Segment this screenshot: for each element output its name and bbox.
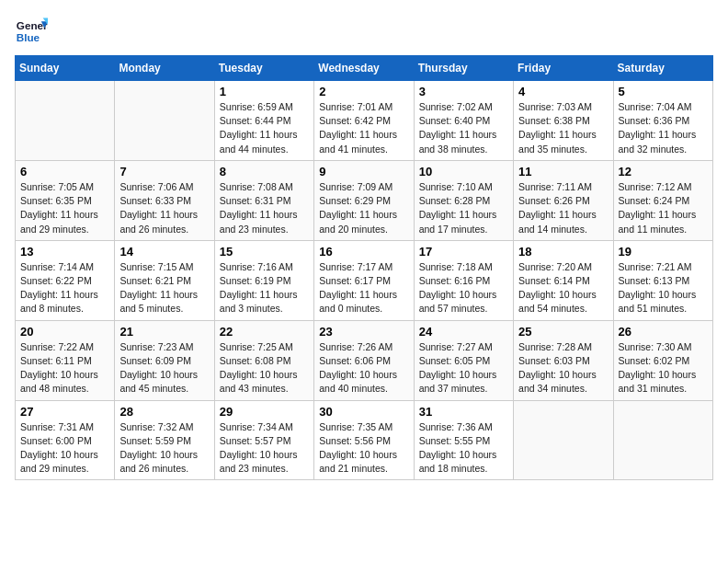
- calendar-cell: [613, 400, 712, 480]
- day-info: Sunrise: 7:08 AMSunset: 6:31 PMDaylight:…: [220, 180, 309, 236]
- calendar-cell: 22Sunrise: 7:25 AMSunset: 6:08 PMDayligh…: [214, 320, 313, 400]
- day-header-monday: Monday: [115, 56, 214, 81]
- day-header-tuesday: Tuesday: [214, 56, 313, 81]
- day-number: 30: [319, 405, 408, 419]
- day-number: 22: [220, 325, 309, 339]
- day-info: Sunrise: 7:04 AMSunset: 6:36 PMDaylight:…: [619, 100, 708, 156]
- day-info: Sunrise: 7:22 AMSunset: 6:11 PMDaylight:…: [20, 340, 109, 396]
- day-number: 20: [20, 325, 109, 339]
- svg-text:Blue: Blue: [17, 31, 40, 43]
- calendar-cell: 19Sunrise: 7:21 AMSunset: 6:13 PMDayligh…: [613, 240, 712, 320]
- calendar-table: SundayMondayTuesdayWednesdayThursdayFrid…: [15, 55, 713, 480]
- day-number: 29: [220, 405, 309, 419]
- day-number: 11: [518, 165, 608, 178]
- day-header-thursday: Thursday: [414, 56, 513, 81]
- calendar-cell: 26Sunrise: 7:30 AMSunset: 6:02 PMDayligh…: [613, 320, 712, 400]
- day-number: 24: [419, 325, 508, 339]
- day-number: 12: [619, 165, 708, 178]
- day-header-sunday: Sunday: [16, 56, 115, 81]
- calendar-cell: 28Sunrise: 7:32 AMSunset: 5:59 PMDayligh…: [115, 400, 214, 480]
- day-info: Sunrise: 7:17 AMSunset: 6:17 PMDaylight:…: [319, 260, 408, 316]
- day-info: Sunrise: 7:20 AMSunset: 6:14 PMDaylight:…: [518, 260, 608, 316]
- day-info: Sunrise: 7:30 AMSunset: 6:02 PMDaylight:…: [619, 340, 708, 396]
- calendar-cell: 10Sunrise: 7:10 AMSunset: 6:28 PMDayligh…: [414, 160, 513, 240]
- calendar-cell: 18Sunrise: 7:20 AMSunset: 6:14 PMDayligh…: [514, 240, 613, 320]
- day-header-wednesday: Wednesday: [314, 56, 414, 81]
- day-number: 10: [419, 165, 508, 178]
- day-number: 3: [419, 85, 508, 98]
- logo: General Blue: [15, 15, 48, 48]
- calendar-cell: 30Sunrise: 7:35 AMSunset: 5:56 PMDayligh…: [314, 400, 414, 480]
- page-header: General Blue: [15, 15, 713, 48]
- calendar-cell: [514, 400, 613, 480]
- calendar-cell: 3Sunrise: 7:02 AMSunset: 6:40 PMDaylight…: [414, 81, 513, 161]
- day-info: Sunrise: 7:11 AMSunset: 6:26 PMDaylight:…: [518, 180, 608, 236]
- day-info: Sunrise: 7:21 AMSunset: 6:13 PMDaylight:…: [619, 260, 708, 316]
- day-info: Sunrise: 7:34 AMSunset: 5:57 PMDaylight:…: [220, 420, 309, 477]
- day-info: Sunrise: 7:18 AMSunset: 6:16 PMDaylight:…: [419, 260, 508, 316]
- calendar-week-5: 27Sunrise: 7:31 AMSunset: 6:00 PMDayligh…: [16, 400, 713, 480]
- day-header-friday: Friday: [514, 56, 613, 81]
- calendar-cell: 15Sunrise: 7:16 AMSunset: 6:19 PMDayligh…: [214, 240, 313, 320]
- day-info: Sunrise: 7:35 AMSunset: 5:56 PMDaylight:…: [319, 420, 408, 477]
- calendar-cell: 13Sunrise: 7:14 AMSunset: 6:22 PMDayligh…: [16, 240, 115, 320]
- calendar-header-row: SundayMondayTuesdayWednesdayThursdayFrid…: [16, 56, 713, 81]
- day-info: Sunrise: 7:32 AMSunset: 5:59 PMDaylight:…: [119, 420, 209, 477]
- calendar-cell: 20Sunrise: 7:22 AMSunset: 6:11 PMDayligh…: [16, 320, 115, 400]
- day-number: 16: [319, 245, 408, 259]
- calendar-cell: 6Sunrise: 7:05 AMSunset: 6:35 PMDaylight…: [16, 160, 115, 240]
- day-info: Sunrise: 7:05 AMSunset: 6:35 PMDaylight:…: [20, 180, 109, 236]
- day-number: 5: [619, 85, 708, 98]
- day-number: 25: [518, 325, 608, 339]
- day-number: 31: [419, 405, 508, 419]
- day-number: 13: [20, 245, 109, 259]
- day-info: Sunrise: 7:16 AMSunset: 6:19 PMDaylight:…: [220, 260, 309, 316]
- day-number: 17: [419, 245, 508, 259]
- day-number: 18: [518, 245, 608, 259]
- day-number: 21: [119, 325, 209, 339]
- calendar-cell: 16Sunrise: 7:17 AMSunset: 6:17 PMDayligh…: [314, 240, 414, 320]
- calendar-cell: 8Sunrise: 7:08 AMSunset: 6:31 PMDaylight…: [214, 160, 313, 240]
- day-number: 28: [119, 405, 209, 419]
- day-number: 2: [319, 85, 408, 98]
- calendar-cell: 14Sunrise: 7:15 AMSunset: 6:21 PMDayligh…: [115, 240, 214, 320]
- calendar-cell: 9Sunrise: 7:09 AMSunset: 6:29 PMDaylight…: [314, 160, 414, 240]
- calendar-cell: 4Sunrise: 7:03 AMSunset: 6:38 PMDaylight…: [514, 81, 613, 161]
- calendar-cell: 27Sunrise: 7:31 AMSunset: 6:00 PMDayligh…: [16, 400, 115, 480]
- calendar-cell: 1Sunrise: 6:59 AMSunset: 6:44 PMDaylight…: [214, 81, 313, 161]
- day-number: 8: [220, 165, 309, 178]
- calendar-cell: 31Sunrise: 7:36 AMSunset: 5:55 PMDayligh…: [414, 400, 513, 480]
- day-info: Sunrise: 6:59 AMSunset: 6:44 PMDaylight:…: [220, 100, 309, 156]
- day-info: Sunrise: 7:14 AMSunset: 6:22 PMDaylight:…: [20, 260, 109, 316]
- day-number: 27: [20, 405, 109, 419]
- day-number: 1: [220, 85, 309, 98]
- calendar-cell: 29Sunrise: 7:34 AMSunset: 5:57 PMDayligh…: [214, 400, 313, 480]
- day-number: 4: [518, 85, 608, 98]
- day-info: Sunrise: 7:26 AMSunset: 6:06 PMDaylight:…: [319, 340, 408, 396]
- calendar-cell: 7Sunrise: 7:06 AMSunset: 6:33 PMDaylight…: [115, 160, 214, 240]
- day-info: Sunrise: 7:01 AMSunset: 6:42 PMDaylight:…: [319, 100, 408, 156]
- calendar-cell: [115, 81, 214, 161]
- calendar-cell: 2Sunrise: 7:01 AMSunset: 6:42 PMDaylight…: [314, 81, 414, 161]
- day-info: Sunrise: 7:36 AMSunset: 5:55 PMDaylight:…: [419, 420, 508, 477]
- calendar-week-3: 13Sunrise: 7:14 AMSunset: 6:22 PMDayligh…: [16, 240, 713, 320]
- day-info: Sunrise: 7:02 AMSunset: 6:40 PMDaylight:…: [419, 100, 508, 156]
- calendar-week-1: 1Sunrise: 6:59 AMSunset: 6:44 PMDaylight…: [16, 81, 713, 161]
- calendar-cell: 12Sunrise: 7:12 AMSunset: 6:24 PMDayligh…: [613, 160, 712, 240]
- calendar-cell: [16, 81, 115, 161]
- day-number: 26: [619, 325, 708, 339]
- calendar-cell: 17Sunrise: 7:18 AMSunset: 6:16 PMDayligh…: [414, 240, 513, 320]
- day-info: Sunrise: 7:23 AMSunset: 6:09 PMDaylight:…: [119, 340, 209, 396]
- day-info: Sunrise: 7:15 AMSunset: 6:21 PMDaylight:…: [119, 260, 209, 316]
- day-info: Sunrise: 7:31 AMSunset: 6:00 PMDaylight:…: [20, 420, 109, 477]
- day-info: Sunrise: 7:10 AMSunset: 6:28 PMDaylight:…: [419, 180, 508, 236]
- day-info: Sunrise: 7:27 AMSunset: 6:05 PMDaylight:…: [419, 340, 508, 396]
- day-info: Sunrise: 7:28 AMSunset: 6:03 PMDaylight:…: [518, 340, 608, 396]
- day-info: Sunrise: 7:25 AMSunset: 6:08 PMDaylight:…: [220, 340, 309, 396]
- calendar-cell: 5Sunrise: 7:04 AMSunset: 6:36 PMDaylight…: [613, 81, 712, 161]
- day-info: Sunrise: 7:12 AMSunset: 6:24 PMDaylight:…: [619, 180, 708, 236]
- calendar-cell: 24Sunrise: 7:27 AMSunset: 6:05 PMDayligh…: [414, 320, 513, 400]
- svg-text:General: General: [17, 19, 48, 31]
- day-number: 6: [20, 165, 109, 178]
- logo-icon: General Blue: [15, 15, 48, 48]
